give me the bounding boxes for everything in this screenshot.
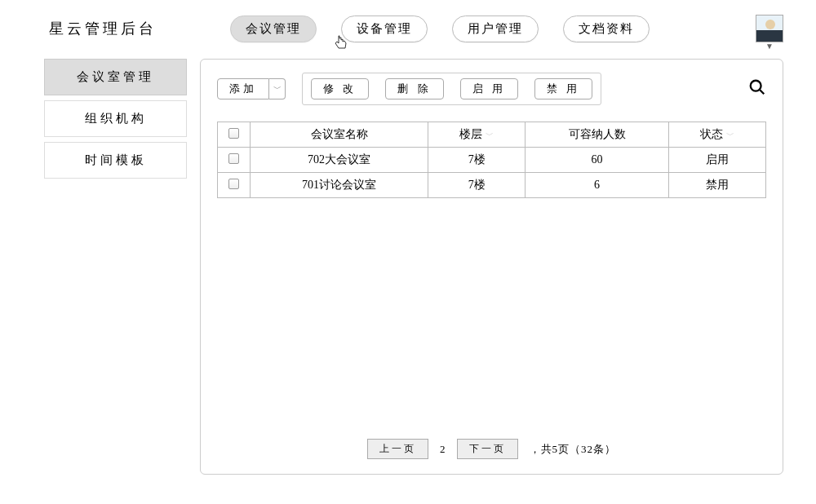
- sidebar-org[interactable]: 组织机构: [44, 100, 187, 137]
- cell-name: 701讨论会议室: [251, 173, 428, 198]
- chevron-down-icon: ▼: [765, 42, 774, 51]
- disable-button[interactable]: 禁 用: [534, 78, 592, 99]
- search-icon[interactable]: [748, 78, 766, 99]
- add-dropdown-toggle[interactable]: ﹀: [269, 78, 286, 99]
- page-summary: ，共5页（32条）: [530, 442, 617, 457]
- nav-docs[interactable]: 文档资料: [563, 15, 650, 42]
- row-checkbox[interactable]: [228, 179, 239, 189]
- edit-button[interactable]: 修 改: [311, 78, 369, 99]
- sort-caret-icon: ﹀: [726, 130, 734, 139]
- enable-button[interactable]: 启 用: [460, 78, 518, 99]
- room-table: 会议室名称 楼层﹀ 可容纳人数 状态﹀ 702大会议室 7楼 60 启用 701…: [217, 122, 766, 198]
- toolbar: 添加 ﹀ 修 改 删 除 启 用 禁 用: [217, 73, 766, 105]
- svg-point-0: [751, 81, 761, 91]
- add-button[interactable]: 添加: [217, 78, 269, 99]
- table-row: 702大会议室 7楼 60 启用: [218, 148, 766, 173]
- current-page: 2: [440, 443, 446, 456]
- prev-page-button[interactable]: 上一页: [367, 439, 428, 459]
- sidebar-room-mgmt[interactable]: 会议室管理: [44, 59, 187, 95]
- sort-caret-icon: ﹀: [486, 130, 494, 139]
- col-capacity: 可容纳人数: [526, 122, 669, 148]
- nav-meeting-mgmt[interactable]: 会议管理: [230, 15, 317, 42]
- top-nav: 会议管理 设备管理 用户管理 文档资料: [230, 15, 650, 42]
- nav-device-mgmt[interactable]: 设备管理: [341, 15, 428, 42]
- delete-button[interactable]: 删 除: [385, 78, 443, 99]
- nav-user-mgmt[interactable]: 用户管理: [452, 15, 539, 42]
- pagination: 上一页 2 下一页 ，共5页（32条）: [201, 439, 783, 459]
- cell-floor: 7楼: [428, 173, 526, 198]
- col-floor[interactable]: 楼层﹀: [428, 122, 526, 148]
- app-logo: 星云管理后台: [49, 19, 157, 38]
- user-avatar-menu[interactable]: ▼: [756, 15, 783, 42]
- main-panel: 添加 ﹀ 修 改 删 除 启 用 禁 用 会议室名称 楼层﹀: [200, 59, 783, 475]
- cell-name: 702大会议室: [251, 148, 428, 173]
- cell-capacity: 60: [526, 148, 669, 173]
- next-page-button[interactable]: 下一页: [457, 439, 518, 459]
- cell-status: 启用: [668, 148, 765, 173]
- select-all-checkbox[interactable]: [228, 128, 239, 139]
- sidebar: 会议室管理 组织机构 时间模板: [44, 59, 187, 475]
- avatar: [756, 15, 783, 42]
- sidebar-time-template[interactable]: 时间模板: [44, 142, 187, 179]
- row-checkbox[interactable]: [228, 153, 239, 164]
- table-row: 701讨论会议室 7楼 6 禁用: [218, 173, 766, 198]
- col-status[interactable]: 状态﹀: [668, 122, 765, 148]
- chevron-down-icon: ﹀: [273, 83, 282, 95]
- cell-status: 禁用: [668, 173, 765, 198]
- svg-line-1: [760, 90, 765, 95]
- cell-capacity: 6: [526, 173, 669, 198]
- col-name: 会议室名称: [251, 122, 428, 148]
- cell-floor: 7楼: [428, 148, 526, 173]
